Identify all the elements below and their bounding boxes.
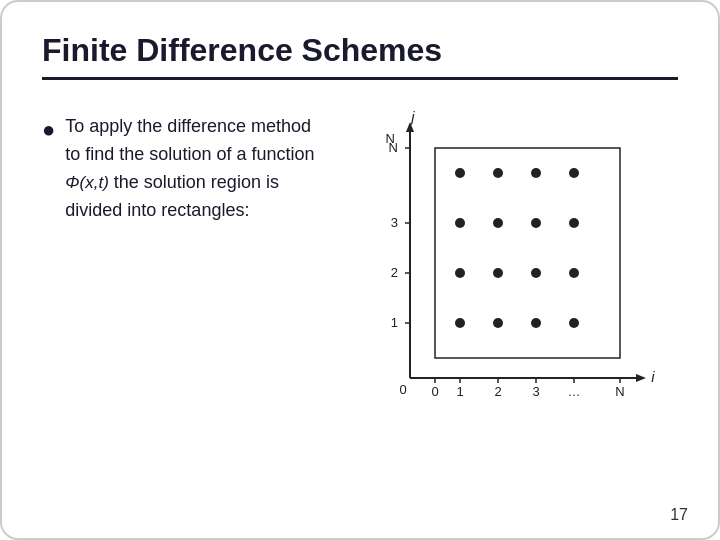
svg-point-19	[531, 318, 541, 328]
bullet-dot: ●	[42, 115, 55, 146]
svg-point-10	[493, 218, 503, 228]
svg-text:0: 0	[399, 382, 406, 397]
phi-formula: Φ(x,t)	[65, 173, 109, 192]
bullet-item: ● To apply the difference method to find…	[42, 113, 322, 225]
svg-point-16	[569, 268, 579, 278]
svg-text:1: 1	[456, 384, 463, 399]
svg-text:N: N	[386, 131, 395, 146]
svg-text:…: …	[568, 384, 581, 399]
svg-text:j: j	[409, 108, 415, 125]
text-column: ● To apply the difference method to find…	[42, 108, 322, 225]
svg-text:N: N	[615, 384, 624, 399]
svg-text:3: 3	[391, 215, 398, 230]
svg-point-7	[531, 168, 541, 178]
svg-point-15	[531, 268, 541, 278]
svg-marker-3	[636, 374, 646, 382]
svg-point-8	[569, 168, 579, 178]
svg-text:0: 0	[431, 384, 438, 399]
bullet-text: To apply the difference method to find t…	[65, 113, 322, 225]
grid-diagram: 1 2 3 N j N 0 1	[355, 108, 665, 428]
svg-text:3: 3	[532, 384, 539, 399]
slide-title: Finite Difference Schemes	[42, 32, 678, 69]
svg-point-5	[455, 168, 465, 178]
content-area: ● To apply the difference method to find…	[42, 108, 678, 428]
diagram-column: 1 2 3 N j N 0 1	[342, 108, 678, 428]
title-area: Finite Difference Schemes	[42, 32, 678, 80]
svg-point-12	[569, 218, 579, 228]
slide: Finite Difference Schemes ● To apply the…	[0, 0, 720, 540]
svg-point-18	[493, 318, 503, 328]
svg-point-9	[455, 218, 465, 228]
svg-point-6	[493, 168, 503, 178]
svg-point-13	[455, 268, 465, 278]
svg-point-11	[531, 218, 541, 228]
svg-text:2: 2	[494, 384, 501, 399]
page-number: 17	[670, 506, 688, 524]
svg-text:1: 1	[391, 315, 398, 330]
svg-point-14	[493, 268, 503, 278]
diagram-container: 1 2 3 N j N 0 1	[355, 108, 665, 428]
svg-point-20	[569, 318, 579, 328]
bullet-text-part1: To apply the difference method to find t…	[65, 116, 314, 164]
svg-text:i: i	[651, 368, 655, 385]
svg-text:2: 2	[391, 265, 398, 280]
svg-point-17	[455, 318, 465, 328]
